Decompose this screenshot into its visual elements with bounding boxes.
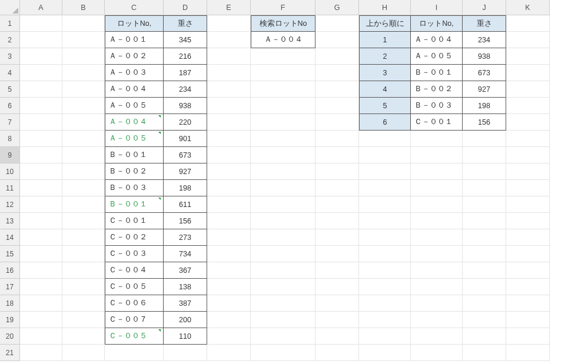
cell-H7[interactable]: 6 [359, 114, 411, 131]
cell-A16[interactable] [20, 262, 62, 279]
cell-I3[interactable]: Ａ－００５ [411, 48, 463, 65]
cell-I4[interactable]: Ｂ－００１ [411, 65, 463, 81]
cell-H13[interactable] [359, 213, 411, 229]
cell-D9[interactable]: 673 [164, 147, 207, 163]
row-header-9[interactable]: 9 [0, 147, 20, 163]
cell-G5[interactable] [315, 81, 359, 98]
cell-K7[interactable] [506, 114, 550, 131]
cell-F13[interactable] [251, 213, 315, 229]
row-header-2[interactable]: 2 [0, 32, 20, 48]
cell-B13[interactable] [62, 213, 105, 229]
cell-A7[interactable] [20, 114, 62, 131]
cell-K1[interactable] [506, 15, 550, 32]
row-header-19[interactable]: 19 [0, 312, 20, 328]
cell-F20[interactable] [251, 328, 315, 345]
row-header-1[interactable]: 1 [0, 15, 20, 32]
cell-A14[interactable] [20, 229, 62, 246]
cell-E14[interactable] [207, 229, 251, 246]
cell-A10[interactable] [20, 163, 62, 180]
cell-H18[interactable] [359, 295, 411, 312]
cell-J18[interactable] [463, 295, 506, 312]
cell-B6[interactable] [62, 98, 105, 114]
cell-E6[interactable] [207, 98, 251, 114]
cell-E10[interactable] [207, 163, 251, 180]
row-header-3[interactable]: 3 [0, 48, 20, 65]
cell-K21[interactable] [506, 345, 550, 361]
cell-B11[interactable] [62, 180, 105, 196]
cell-D13[interactable]: 156 [164, 213, 207, 229]
cell-H19[interactable] [359, 312, 411, 328]
cell-G13[interactable] [315, 213, 359, 229]
cell-D3[interactable]: 216 [164, 48, 207, 65]
cell-I21[interactable] [411, 345, 463, 361]
cell-B3[interactable] [62, 48, 105, 65]
cell-F14[interactable] [251, 229, 315, 246]
column-header-G[interactable]: G [315, 0, 359, 15]
cell-K12[interactable] [506, 196, 550, 213]
cell-F3[interactable] [251, 48, 315, 65]
cell-I1[interactable]: ロットNo, [411, 15, 463, 32]
cell-G20[interactable] [315, 328, 359, 345]
cell-C14[interactable]: Ｃ－００２ [105, 229, 164, 246]
cell-A12[interactable] [20, 196, 62, 213]
cell-D11[interactable]: 198 [164, 180, 207, 196]
cell-F17[interactable] [251, 279, 315, 295]
cell-D6[interactable]: 938 [164, 98, 207, 114]
cell-A2[interactable] [20, 32, 62, 48]
cell-G17[interactable] [315, 279, 359, 295]
cell-B16[interactable] [62, 262, 105, 279]
cell-D21[interactable] [164, 345, 207, 361]
cell-C13[interactable]: Ｃ－００１ [105, 213, 164, 229]
cell-G10[interactable] [315, 163, 359, 180]
cell-J10[interactable] [463, 163, 506, 180]
cell-B1[interactable] [62, 15, 105, 32]
cell-I20[interactable] [411, 328, 463, 345]
cell-C4[interactable]: Ａ－００３ [105, 65, 164, 81]
cell-E3[interactable] [207, 48, 251, 65]
row-header-16[interactable]: 16 [0, 262, 20, 279]
cell-J5[interactable]: 927 [463, 81, 506, 98]
cell-I14[interactable] [411, 229, 463, 246]
cell-F19[interactable] [251, 312, 315, 328]
cell-E21[interactable] [207, 345, 251, 361]
cell-C5[interactable]: Ａ－００４ [105, 81, 164, 98]
cell-I17[interactable] [411, 279, 463, 295]
cell-J12[interactable] [463, 196, 506, 213]
cell-H4[interactable]: 3 [359, 65, 411, 81]
cell-K13[interactable] [506, 213, 550, 229]
cell-C12[interactable]: Ｂ－００１ [105, 196, 164, 213]
cell-J17[interactable] [463, 279, 506, 295]
cell-C19[interactable]: Ｃ－００７ [105, 312, 164, 328]
cell-G11[interactable] [315, 180, 359, 196]
row-header-14[interactable]: 14 [0, 229, 20, 246]
cell-I19[interactable] [411, 312, 463, 328]
cell-A20[interactable] [20, 328, 62, 345]
cell-J1[interactable]: 重さ [463, 15, 506, 32]
cell-K11[interactable] [506, 180, 550, 196]
cell-H21[interactable] [359, 345, 411, 361]
row-header-4[interactable]: 4 [0, 65, 20, 81]
column-header-J[interactable]: J [463, 0, 506, 15]
cell-A21[interactable] [20, 345, 62, 361]
cell-B8[interactable] [62, 131, 105, 147]
cell-B18[interactable] [62, 295, 105, 312]
cell-J13[interactable] [463, 213, 506, 229]
row-header-5[interactable]: 5 [0, 81, 20, 98]
cell-A11[interactable] [20, 180, 62, 196]
row-header-8[interactable]: 8 [0, 131, 20, 147]
cell-F10[interactable] [251, 163, 315, 180]
cell-C16[interactable]: Ｃ－００４ [105, 262, 164, 279]
cell-B4[interactable] [62, 65, 105, 81]
cell-G3[interactable] [315, 48, 359, 65]
cell-J21[interactable] [463, 345, 506, 361]
cell-A5[interactable] [20, 81, 62, 98]
cell-G9[interactable] [315, 147, 359, 163]
cell-H8[interactable] [359, 131, 411, 147]
cell-H6[interactable]: 5 [359, 98, 411, 114]
cell-B17[interactable] [62, 279, 105, 295]
row-header-21[interactable]: 21 [0, 345, 20, 361]
cell-G12[interactable] [315, 196, 359, 213]
cell-H20[interactable] [359, 328, 411, 345]
cell-K16[interactable] [506, 262, 550, 279]
row-header-20[interactable]: 20 [0, 328, 20, 345]
